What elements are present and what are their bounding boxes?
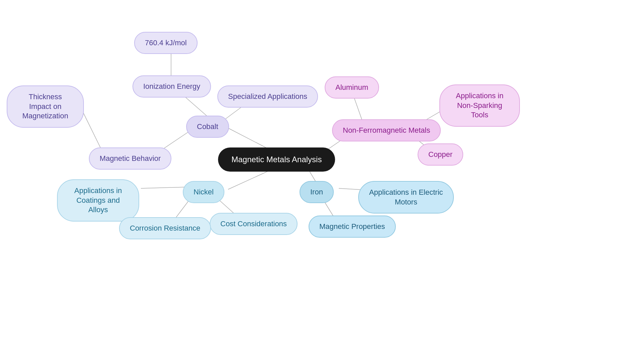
cost-considerations-label: Cost Considerations [220,220,287,228]
kj-mol-node[interactable]: 760.4 kJ/mol [134,32,198,54]
non-ferro-label: Non-Ferromagnetic Metals [343,126,430,135]
magnetic-properties-label: Magnetic Properties [319,222,385,231]
specialized-apps-label: Specialized Applications [228,92,307,101]
ionization-energy-label: Ionization Energy [143,82,200,91]
ionization-energy-node[interactable]: Ionization Energy [132,75,211,98]
apps-electric-motors-label: Applications in Electric Motors [369,188,443,207]
specialized-apps-node[interactable]: Specialized Applications [217,85,318,108]
iron-label: Iron [310,188,323,196]
corrosion-resistance-node[interactable]: Corrosion Resistance [119,217,211,239]
thickness-impact-node[interactable]: Thickness Impact on Magnetization [7,85,84,128]
cobalt-label: Cobalt [197,122,218,131]
apps-coatings-label: Applications in Coatings and Alloys [68,186,128,215]
magnetic-behavior-node[interactable]: Magnetic Behavior [89,147,171,170]
apps-nonsparking-label: Applications in Non-Sparking Tools [450,91,509,120]
magnetic-behavior-label: Magnetic Behavior [100,154,161,163]
center-label: Magnetic Metals Analysis [231,155,322,164]
kj-mol-label: 760.4 kJ/mol [145,39,187,47]
cobalt-node[interactable]: Cobalt [186,116,229,138]
corrosion-resistance-label: Corrosion Resistance [130,224,200,233]
apps-nonsparking-node[interactable]: Applications in Non-Sparking Tools [439,84,520,127]
svg-line-11 [141,187,187,188]
nickel-label: Nickel [194,188,214,196]
iron-node[interactable]: Iron [300,181,334,203]
center-node[interactable]: Magnetic Metals Analysis [218,147,335,172]
nickel-node[interactable]: Nickel [183,181,224,203]
magnetic-properties-node[interactable]: Magnetic Properties [309,216,396,238]
copper-label: Copper [428,150,452,159]
thickness-impact-label: Thickness Impact on Magnetization [17,92,73,121]
apps-coatings-node[interactable]: Applications in Coatings and Alloys [57,179,139,222]
copper-node[interactable]: Copper [418,143,463,166]
cost-considerations-node[interactable]: Cost Considerations [210,213,298,235]
aluminum-label: Aluminum [335,83,368,92]
non-ferro-node[interactable]: Non-Ferromagnetic Metals [332,119,441,141]
apps-electric-motors-node[interactable]: Applications in Electric Motors [358,181,454,214]
aluminum-node[interactable]: Aluminum [325,76,379,99]
